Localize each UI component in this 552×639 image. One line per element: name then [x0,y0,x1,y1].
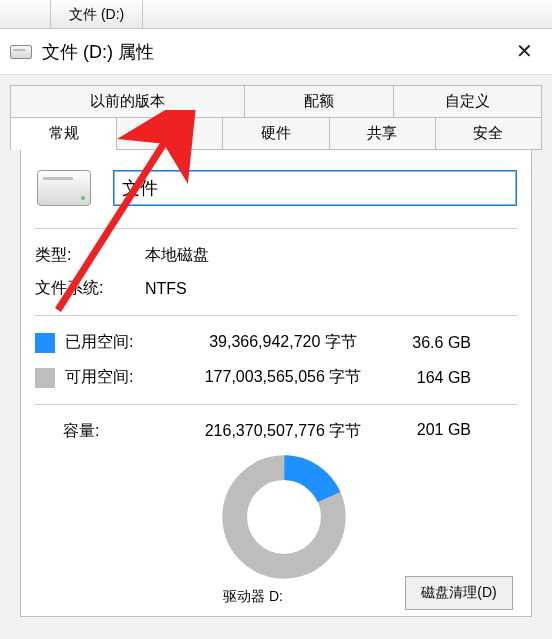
tab-hardware[interactable]: 硬件 [223,118,329,149]
separator [35,404,517,405]
disk-cleanup-button[interactable]: 磁盘清理(D) [405,576,513,610]
capacity-bytes: 216,370,507,776 字节 [183,421,383,442]
separator [35,228,517,229]
tabs-container: 以前的版本 配额 自定义 常规 工具 硬件 共享 安全 文件 类型: 本地磁盘 … [0,75,552,617]
type-value: 本地磁盘 [145,245,517,266]
filesystem-label: 文件系统: [35,278,145,299]
used-label: 已用空间: [65,332,175,353]
capacity-hr: 201 GB [391,421,471,442]
dialog-titlebar: 文件 (D:) 属性 ✕ [0,29,552,75]
tab-tools[interactable]: 工具 [117,118,223,149]
tab-general[interactable]: 常规 [11,118,117,149]
tab-previous-versions[interactable]: 以前的版本 [11,86,245,117]
tab-customize[interactable]: 自定义 [394,86,541,117]
capacity-label: 容量: [35,421,175,442]
close-button[interactable]: ✕ [504,36,544,68]
tab-security[interactable]: 安全 [436,118,541,149]
separator [35,315,517,316]
explorer-addressbar: 文件 (D:) [0,0,552,29]
drive-name-value: 文件 [122,176,158,200]
used-bytes: 39,366,942,720 字节 [183,332,383,353]
addressbar-segment[interactable]: 文件 (D:) [50,0,143,28]
tab-content-general: 文件 类型: 本地磁盘 文件系统: NTFS 已用空间: 39,366,942,… [20,150,532,617]
filesystem-value: NTFS [145,280,517,298]
tabs-row-1: 以前的版本 配额 自定义 [10,85,542,118]
tab-sharing[interactable]: 共享 [330,118,436,149]
free-label: 可用空间: [65,367,175,388]
drive-name-input[interactable]: 文件 [113,170,517,206]
usage-donut-chart [219,452,349,582]
free-bytes: 177,003,565,056 字节 [183,367,383,388]
drive-icon [10,45,32,59]
drive-large-icon [37,170,91,206]
free-swatch-icon [35,368,55,388]
tab-quota[interactable]: 配额 [245,86,393,117]
used-hr: 36.6 GB [391,334,471,352]
type-label: 类型: [35,245,145,266]
used-swatch-icon [35,333,55,353]
dialog-title: 文件 (D:) 属性 [42,40,504,64]
tabs-row-2: 常规 工具 硬件 共享 安全 [10,118,542,150]
free-hr: 164 GB [391,369,471,387]
drive-letter-label: 驱动器 D: [223,588,283,606]
